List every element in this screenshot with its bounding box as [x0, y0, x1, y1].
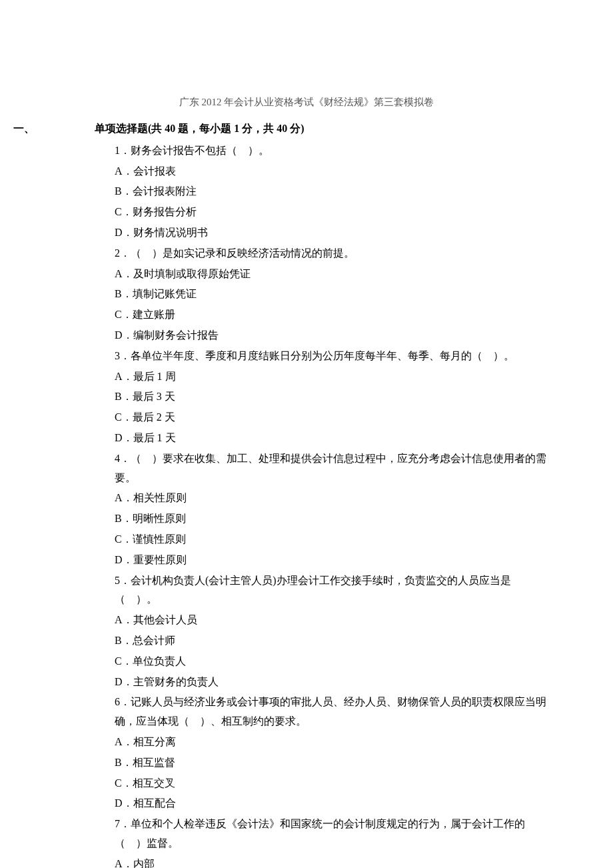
question-stem: 5．会计机构负责人(会计主管人员)办理会计工作交接手续时，负责监交的人员应当是（… — [115, 571, 553, 610]
question-option: B．最后 3 天 — [115, 387, 553, 407]
question-option: B．总会计师 — [115, 631, 553, 651]
question-option: D．编制财务会计报告 — [115, 326, 553, 345]
question-option: C．财务报告分析 — [115, 203, 553, 222]
question-option: A．最后 1 周 — [115, 367, 553, 387]
question-option: B．相互监督 — [115, 753, 553, 773]
question-stem: 3．各单位半年度、季度和月度结账日分别为公历年度每半年、每季、每月的（ ）。 — [115, 347, 553, 366]
question-stem: 4．（ ）要求在收集、加工、处理和提供会计信息过程中，应充分考虑会计信息使用者的… — [115, 449, 553, 488]
question-option: A．其他会计人员 — [115, 611, 553, 630]
question-stem: 1．财务会计报告不包括（ ）。 — [115, 141, 553, 161]
question-option: A．及时填制或取得原始凭证 — [115, 265, 553, 284]
question-option: A．内部 — [115, 855, 553, 868]
question-option: C．建立账册 — [115, 305, 553, 325]
question-option: B．填制记账凭证 — [115, 285, 553, 304]
question-option: D．主管财务的负责人 — [115, 673, 553, 692]
question-option: B．明晰性原则 — [115, 509, 553, 529]
question-option: C．相互交叉 — [115, 774, 553, 793]
doc-title: 广东 2012 年会计从业资格考试《财经法规》第三套模拟卷 — [60, 93, 553, 111]
question-option: C．最后 2 天 — [115, 408, 553, 427]
questions-content: 1．财务会计报告不包括（ ）。 A．会计报表 B．会计报表附注 C．财务报告分析… — [60, 141, 553, 868]
section-header: 一、单项选择题(共 40 题，每小题 1 分，共 40 分) — [60, 119, 553, 139]
question-stem: 6．记账人员与经济业务或会计事项的审批人员、经办人员、财物保管人员的职责权限应当… — [115, 693, 553, 731]
question-option: A．会计报表 — [115, 162, 553, 181]
question-stem: 2．（ ）是如实记录和反映经济活动情况的前提。 — [115, 244, 553, 263]
question-stem: 7．单位和个人检举违反《会计法》和国家统一的会计制度规定的行为，属于会计工作的（… — [115, 815, 553, 853]
section-number: 一、 — [60, 119, 95, 139]
question-option: D．最后 1 天 — [115, 429, 553, 448]
question-option: A．相关性原则 — [115, 489, 553, 508]
question-option: A．相互分离 — [115, 733, 553, 752]
question-option: C．单位负责人 — [115, 652, 553, 671]
question-option: D．重要性原则 — [115, 551, 553, 570]
question-option: B．会计报表附注 — [115, 182, 553, 201]
question-option: D．财务情况说明书 — [115, 223, 553, 243]
question-option: D．相互配合 — [115, 794, 553, 813]
question-option: C．谨慎性原则 — [115, 530, 553, 549]
section-heading: 单项选择题(共 40 题，每小题 1 分，共 40 分) — [95, 123, 305, 134]
